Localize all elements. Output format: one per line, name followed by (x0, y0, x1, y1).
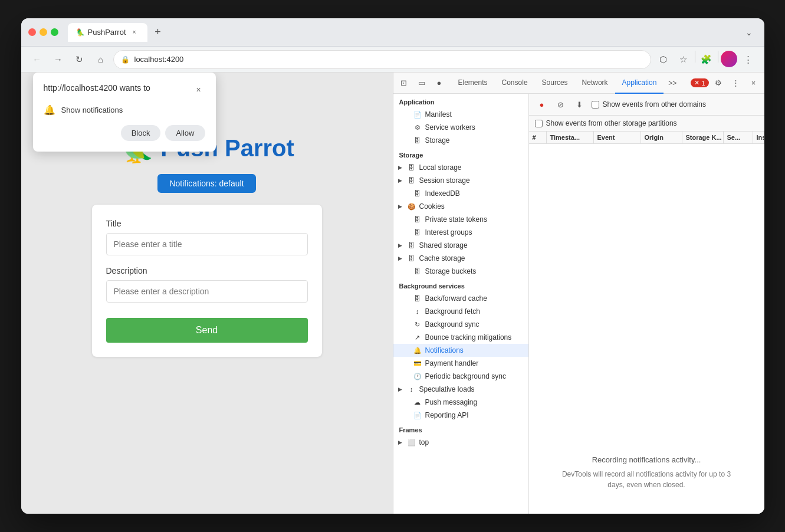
sw-expand-arrow (403, 124, 410, 131)
devtools-inspect-icon[interactable]: ⊡ (396, 75, 412, 91)
devtools-tab-network[interactable]: Network (575, 73, 615, 94)
sidebar-item-frames-top[interactable]: ▶ ⬜ top (393, 436, 528, 449)
title-form-group: Title (106, 219, 308, 255)
extensions-button[interactable]: 🧩 (698, 51, 715, 68)
title-bar: 🦜 PushParrot × + ⌄ (21, 18, 764, 47)
recording-message: Recording notifications activity... (592, 455, 701, 464)
devtools-tab-elements[interactable]: Elements (451, 73, 495, 94)
cache-storage-label: Cache storage (419, 254, 465, 262)
ra-label: Reporting API (425, 411, 469, 419)
tab-pushparrot[interactable]: 🦜 PushParrot × (68, 23, 147, 42)
pst-label: Private state tokens (425, 215, 487, 224)
minimize-traffic-light[interactable] (40, 28, 47, 36)
form-card: Title Description Send (92, 205, 322, 357)
devtools-panel: ⊡ ▭ ● Elements Console Sources Network A… (393, 73, 764, 514)
tab-chevron-button[interactable]: ⌄ (741, 24, 757, 41)
allow-button[interactable]: Allow (165, 125, 205, 141)
stop-button[interactable]: ⊘ (554, 97, 568, 111)
devtools-sidebar: Application 📄 Manifest ⚙ Service workers (393, 94, 529, 514)
storage-section-header: Storage (393, 147, 528, 161)
devtools-tab-more[interactable]: >> (664, 73, 681, 94)
devtools-more-icon[interactable]: ⋮ (728, 75, 744, 91)
sidebar-item-local-storage[interactable]: ▶ 🗄 Local storage (393, 161, 528, 174)
maximize-traffic-light[interactable] (51, 28, 58, 36)
forward-button[interactable]: → (50, 51, 67, 68)
sidebar-item-bfcache[interactable]: 🗄 Back/forward cache (393, 292, 528, 305)
cookies-icon: 🍪 (408, 203, 416, 211)
devtools-tab-application[interactable]: Application (615, 73, 664, 94)
new-tab-button[interactable]: + (150, 24, 166, 41)
devtools-tab-console[interactable]: Console (495, 73, 535, 94)
sidebar-item-cache-storage[interactable]: ▶ 🗄 Cache storage (393, 252, 528, 265)
cache-storage-icon: 🗄 (408, 255, 416, 262)
sidebar-item-storage-main[interactable]: 🗄 Storage (393, 134, 528, 147)
session-storage-label: Session storage (419, 176, 470, 185)
sidebar-item-background-sync[interactable]: ↻ Background sync (393, 318, 528, 331)
manifest-label: Manifest (425, 110, 452, 119)
send-button[interactable]: Send (106, 318, 308, 343)
devtools-settings-icon[interactable]: ⚙ (710, 75, 727, 91)
sidebar-item-interest-groups[interactable]: 🗄 Interest groups (393, 226, 528, 239)
profile-button[interactable] (721, 51, 737, 67)
sidebar-item-storage-buckets[interactable]: 🗄 Storage buckets (393, 265, 528, 278)
sidebar-item-shared-storage[interactable]: ▶ 🗄 Shared storage (393, 239, 528, 252)
menu-button[interactable]: ⋮ (740, 51, 757, 68)
nav-separator (695, 51, 695, 63)
sidebar-item-private-state-tokens[interactable]: 🗄 Private state tokens (393, 213, 528, 226)
sidebar-item-background-fetch[interactable]: ↕ Background fetch (393, 305, 528, 318)
home-button[interactable]: ⌂ (92, 51, 110, 68)
empty-state: Recording notifications activity... DevT… (529, 144, 764, 514)
sidebar-item-manifest[interactable]: 📄 Manifest (393, 108, 528, 121)
frames-top-label: top (419, 438, 429, 446)
bt-icon: ↗ (413, 334, 422, 341)
sidebar-item-service-workers[interactable]: ⚙ Service workers (393, 121, 528, 134)
indexeddb-label: IndexedDB (425, 189, 460, 198)
th-instance-id: Instance ID (753, 132, 764, 143)
title-input[interactable] (106, 233, 308, 255)
th-number: # (529, 132, 547, 143)
manifest-expand-arrow (403, 111, 410, 118)
screenshare-button[interactable]: ⬡ (655, 51, 672, 68)
sidebar-item-notifications[interactable]: 🔔 Notifications (393, 344, 528, 357)
ps-arrow (403, 373, 410, 380)
bt-arrow (403, 334, 410, 341)
sidebar-item-session-storage[interactable]: ▶ 🗄 Session storage (393, 174, 528, 187)
bt-label: Bounce tracking mitigations (425, 333, 512, 341)
sidebar-item-push-messaging[interactable]: ☁ Push messaging (393, 396, 528, 409)
block-button[interactable]: Block (121, 125, 161, 141)
sw-icon: ⚙ (413, 124, 422, 132)
back-button[interactable]: ← (28, 51, 46, 68)
storage-partitions-checkbox[interactable] (535, 120, 543, 127)
ig-arrow (403, 229, 410, 236)
nav-bar: ← → ↻ ⌂ 🔒 localhost:4200 ⬡ ☆ 🧩 ⋮ (21, 47, 764, 73)
sidebar-item-speculative-loads[interactable]: ▶ ↕ Speculative loads (393, 383, 528, 396)
devtools-close-button[interactable]: × (745, 75, 762, 91)
error-icon: ✕ (694, 79, 699, 87)
description-input[interactable] (106, 280, 308, 303)
sidebar-item-periodic-sync[interactable]: 🕐 Periodic background sync (393, 370, 528, 383)
sidebar-item-payment-handler[interactable]: 💳 Payment handler (393, 357, 528, 370)
devtools-circle-icon[interactable]: ● (431, 75, 448, 91)
sidebar-item-indexeddb[interactable]: 🗄 IndexedDB (393, 187, 528, 200)
devtools-tab-sources[interactable]: Sources (535, 73, 575, 94)
address-bar[interactable]: 🔒 localhost:4200 (113, 50, 651, 69)
record-button[interactable]: ● (535, 97, 549, 111)
tab-close-btn[interactable]: × (130, 28, 139, 37)
sidebar-item-cookies[interactable]: ▶ 🍪 Cookies (393, 200, 528, 213)
cookies-arrow: ▶ (397, 203, 404, 210)
devtools-body: Application 📄 Manifest ⚙ Service workers (393, 94, 764, 514)
refresh-button[interactable]: ↻ (71, 51, 88, 68)
popup-close-button[interactable]: × (192, 83, 205, 96)
sidebar-item-bounce-tracking[interactable]: ↗ Bounce tracking mitigations (393, 331, 528, 344)
bookmark-button[interactable]: ☆ (675, 51, 692, 68)
frames-top-arrow: ▶ (397, 439, 404, 446)
download-button[interactable]: ⬇ (573, 97, 587, 111)
sidebar-item-reporting-api[interactable]: 📄 Reporting API (393, 409, 528, 422)
th-event: Event (594, 132, 641, 143)
error-badge[interactable]: ✕ 1 (691, 78, 708, 87)
notifications-badge-button[interactable]: Notifications: default (157, 174, 255, 193)
close-traffic-light[interactable] (28, 28, 36, 36)
other-domains-checkbox[interactable] (592, 101, 599, 109)
devtools-device-icon[interactable]: ▭ (413, 75, 430, 91)
sw-label: Service workers (425, 123, 475, 132)
